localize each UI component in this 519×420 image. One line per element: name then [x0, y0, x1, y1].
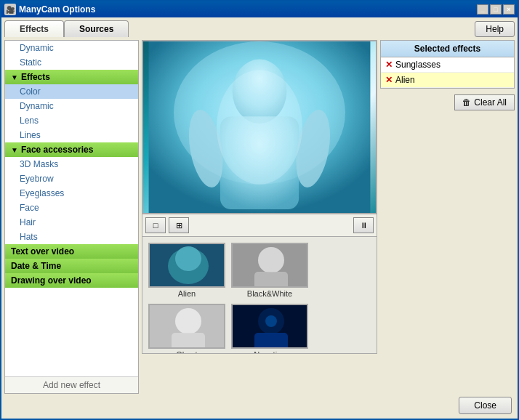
close-titlebar-button[interactable]: × [503, 4, 515, 15]
tab-sources[interactable]: Sources [64, 20, 129, 37]
add-new-effect-button[interactable]: Add new effect [5, 376, 138, 393]
sidebar-section-text[interactable]: Text over video [5, 244, 138, 259]
sidebar-item-dynamic-top[interactable]: Dynamic [5, 41, 138, 55]
sidebar-section-face-label: Face accessories [21, 145, 93, 155]
svg-rect-18 [254, 333, 288, 349]
help-button[interactable]: Help [475, 21, 515, 37]
sidebar-item-color[interactable]: Color [5, 84, 138, 99]
svg-rect-15 [172, 333, 205, 349]
tab-bar: Effects Sources [4, 20, 129, 37]
pause-button[interactable]: ⏸ [353, 217, 374, 233]
clear-all-button[interactable]: 🗑 Clear All [454, 94, 515, 110]
sidebar-section-text-label: Text over video [11, 246, 74, 257]
video-figure [143, 41, 376, 213]
clear-all-label: Clear All [474, 97, 507, 108]
sidebar-section-datetime-label: Date & Time [11, 261, 61, 271]
trash-icon: 🗑 [462, 97, 471, 108]
sidebar-section-effects[interactable]: ▼ Effects [5, 70, 138, 84]
video-controls: □ ⊞ ⏸ [142, 214, 377, 237]
sidebar-section-effects-label: Effects [21, 72, 50, 82]
svg-point-6 [217, 70, 302, 184]
effects-arrow-icon: ▼ [11, 73, 18, 81]
thumb-alien[interactable]: Alien [145, 240, 228, 301]
content-area: Effects Sources Help Dynamic Static ▼ Ef… [1, 17, 518, 419]
thumb-alien-img [148, 243, 225, 288]
bottom-bar: Close [4, 394, 515, 416]
thumb-bw-img [231, 243, 308, 288]
sidebar-item-hair[interactable]: Hair [5, 215, 138, 230]
sidebar-section-drawing-label: Drawing over video [11, 275, 92, 286]
sidebar-item-hats[interactable]: Hats [5, 230, 138, 244]
thumb-bw-label: Black&White [247, 289, 292, 298]
svg-point-9 [175, 246, 201, 271]
thumb-negative-label: Negative [254, 350, 285, 353]
main-content: Dynamic Static ▼ Effects Color Dynamic L… [4, 40, 515, 394]
thumbnails-scroll[interactable]: Alien Black&White [142, 237, 377, 353]
effect-sunglasses-label: Sunglasses [395, 60, 440, 70]
tab-effects[interactable]: Effects [4, 20, 64, 37]
sidebar-scroll[interactable]: Dynamic Static ▼ Effects Color Dynamic L… [5, 41, 138, 376]
svg-point-14 [175, 308, 201, 334]
sidebar-item-3dmasks[interactable]: 3D Masks [5, 157, 138, 171]
remove-alien-button[interactable]: ✕ [385, 75, 393, 85]
sidebar-item-eyeglasses[interactable]: Eyeglasses [5, 186, 138, 201]
right-panel: Selected effects ✕ Sunglasses ✕ Alien 🗑 … [380, 40, 515, 394]
sidebar-item-face[interactable]: Face [5, 201, 138, 215]
center-area: □ ⊞ ⏸ [142, 40, 377, 394]
svg-point-11 [258, 247, 284, 273]
sidebar-item-lines[interactable]: Lines [5, 128, 138, 142]
effect-alien-label: Alien [395, 75, 415, 85]
thumb-blackwhite[interactable]: Black&White [228, 240, 311, 301]
maximize-button[interactable]: □ [490, 4, 502, 15]
thumb-negative-img [231, 304, 308, 349]
effects-thumbnails: Alien Black&White [142, 237, 377, 354]
video-preview [142, 40, 377, 214]
thumb-negative[interactable]: Negative [228, 301, 311, 353]
top-bar: Effects Sources Help [4, 20, 515, 37]
thumb-ghost-label: Ghost [176, 350, 197, 353]
thumb-alien-label: Alien [178, 289, 196, 298]
svg-rect-12 [254, 272, 288, 288]
sidebar: Dynamic Static ▼ Effects Color Dynamic L… [4, 40, 139, 394]
remove-sunglasses-button[interactable]: ✕ [385, 60, 393, 70]
thumb-ghost[interactable]: Ghost [145, 301, 228, 353]
sidebar-section-face[interactable]: ▼ Face accessories [5, 142, 138, 157]
view-button-1[interactable]: □ [145, 217, 166, 233]
thumb-ghost-img [148, 304, 225, 349]
window-title: ManyCam Options [19, 4, 477, 15]
selected-effects-panel: Selected effects ✕ Sunglasses ✕ Alien [380, 40, 515, 89]
sidebar-item-dynamic[interactable]: Dynamic [5, 99, 138, 113]
selected-effect-sunglasses[interactable]: ✕ Sunglasses [381, 57, 514, 73]
face-arrow-icon: ▼ [11, 146, 18, 154]
close-button[interactable]: Close [459, 397, 512, 414]
svg-point-19 [265, 315, 277, 327]
right-scroll-area[interactable] [380, 113, 515, 394]
selected-effect-alien[interactable]: ✕ Alien [381, 73, 514, 88]
sidebar-item-lens[interactable]: Lens [5, 113, 138, 128]
video-overlay [143, 41, 376, 213]
view-button-2[interactable]: ⊞ [169, 217, 189, 233]
sidebar-section-datetime[interactable]: Date & Time [5, 259, 138, 273]
sidebar-section-drawing[interactable]: Drawing over video [5, 273, 138, 288]
titlebar-controls: _ □ × [477, 4, 515, 15]
sidebar-item-static-top[interactable]: Static [5, 55, 138, 70]
sidebar-item-eyebrow[interactable]: Eyebrow [5, 171, 138, 186]
app-icon: 🎥 [4, 4, 16, 15]
minimize-button[interactable]: _ [477, 4, 488, 15]
main-window: 🎥 ManyCam Options _ □ × Effects Sources … [0, 0, 519, 420]
selected-effects-header: Selected effects [381, 41, 514, 57]
title-bar: 🎥 ManyCam Options _ □ × [1, 1, 518, 17]
